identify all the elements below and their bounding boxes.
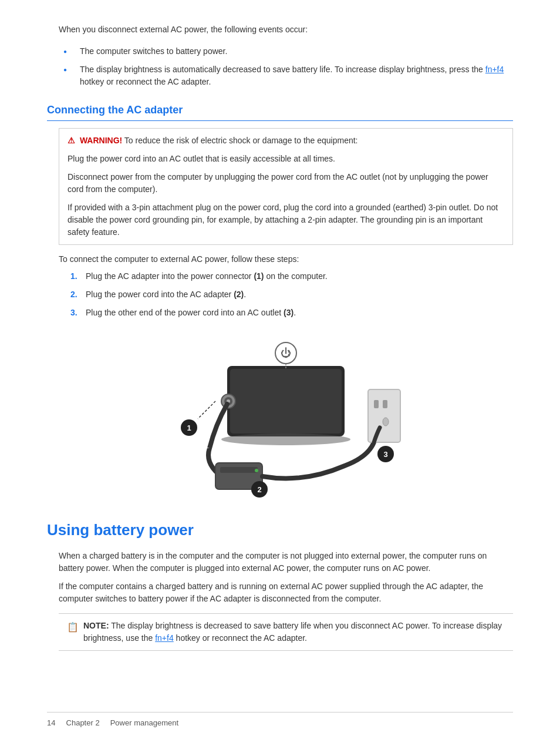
svg-rect-16 [383, 400, 387, 408]
step-num-2: 2. [70, 288, 81, 301]
ordered-steps: 1. Plug the AC adapter into the power co… [70, 270, 513, 319]
bullet-list: The computer switches to battery power. … [70, 45, 513, 88]
step-num-3: 3. [70, 307, 81, 319]
warning-body-1: Plug the power cord into an AC outlet th… [68, 153, 504, 165]
svg-text:⏻: ⏻ [281, 347, 291, 359]
footer-chapter-title: Power management [110, 718, 178, 727]
warning-text-content: To reduce the risk of electric shock or … [124, 136, 358, 145]
warning-body-3: If provided with a 3-pin attachment plug… [68, 201, 504, 238]
section2-heading: Using battery power [47, 519, 513, 542]
note-text-end: hotkey or reconnect the AC adapter. [174, 633, 307, 643]
warning-header: ⚠ WARNING! To reduce the risk of electri… [68, 135, 504, 147]
note-content: NOTE: The display brightness is decrease… [83, 620, 505, 644]
svg-rect-14 [368, 389, 400, 442]
step-text-2: Plug the power cord into the AC adapter … [86, 288, 246, 301]
steps-intro: To connect the computer to external AC p… [59, 253, 513, 266]
warning-box: ⚠ WARNING! To reduce the risk of electri… [59, 128, 513, 245]
svg-point-11 [255, 469, 258, 472]
svg-rect-1 [230, 369, 342, 434]
ac-adapter-diagram: 1 2 3 ⏻ [47, 331, 513, 501]
list-item: The computer switches to battery power. [70, 45, 513, 58]
svg-rect-15 [374, 400, 379, 408]
svg-point-17 [383, 418, 389, 426]
fn-f4-link-2[interactable]: fn+f4 [155, 633, 174, 643]
note-icon: 📋 [67, 620, 79, 634]
svg-point-2 [221, 434, 350, 445]
note-label: NOTE: [83, 621, 109, 630]
svg-text:1: 1 [187, 424, 191, 432]
bullet-text-2: The display brightness is automatically … [80, 65, 504, 86]
warning-label: WARNING! [80, 136, 122, 145]
footer: 14 Chapter 2 Power management [47, 712, 513, 729]
bullet-text-1: The computer switches to battery power. [80, 46, 227, 56]
svg-rect-10 [220, 467, 258, 473]
step-2: 2. Plug the power cord into the AC adapt… [70, 288, 513, 301]
svg-text:3: 3 [383, 450, 387, 459]
footer-chapter: Chapter 2 [66, 718, 100, 727]
section2-body2: If the computer contains a charged batte… [59, 580, 513, 605]
note-box: 📋 NOTE: The display brightness is decrea… [59, 613, 513, 651]
svg-text:2: 2 [257, 485, 261, 494]
svg-line-6 [198, 401, 215, 419]
page: When you disconnect external AC power, t… [0, 0, 560, 746]
step-3: 3. Plug the other end of the power cord … [70, 307, 513, 319]
warning-body-2: Disconnect power from the computer by un… [68, 171, 504, 196]
section1-heading: Connecting the AC adapter [47, 102, 513, 121]
diagram-svg: 1 2 3 ⏻ [139, 331, 421, 501]
step-text-1: Plug the AC adapter into the power conne… [86, 270, 328, 283]
warning-triangle-icon: ⚠ [68, 136, 75, 145]
list-item: The display brightness is automatically … [70, 63, 513, 88]
step-num-1: 1. [70, 270, 81, 283]
footer-page-num: 14 [47, 718, 55, 727]
step-1: 1. Plug the AC adapter into the power co… [70, 270, 513, 283]
step-text-3: Plug the other end of the power cord int… [86, 307, 296, 319]
section2-body1: When a charged battery is in the compute… [59, 550, 513, 574]
intro-text: When you disconnect external AC power, t… [59, 23, 513, 36]
fn-f4-link-1[interactable]: fn+f4 [485, 65, 504, 74]
